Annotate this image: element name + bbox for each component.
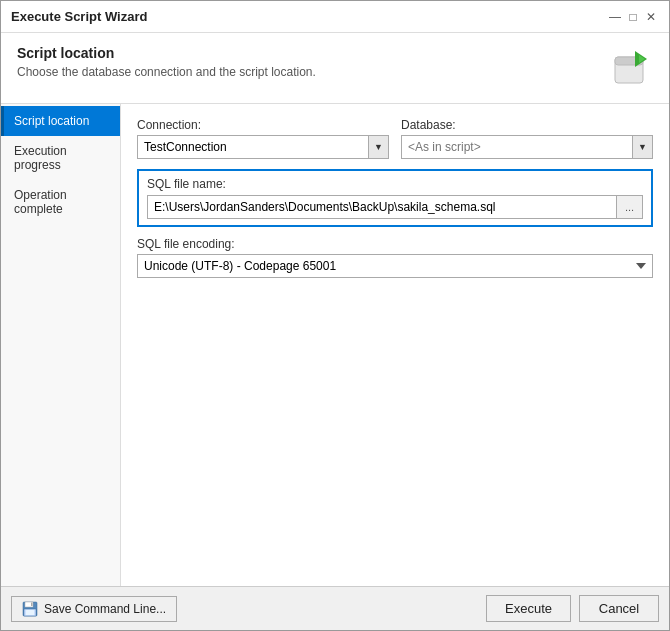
execute-button[interactable]: Execute <box>486 595 571 622</box>
file-browse-button[interactable]: ... <box>617 195 643 219</box>
connection-database-row: Connection: ▼ Database: ▼ <box>137 118 653 159</box>
close-button[interactable]: ✕ <box>643 9 659 25</box>
database-group: Database: ▼ <box>401 118 653 159</box>
database-dropdown-btn[interactable]: ▼ <box>632 136 652 158</box>
encoding-select[interactable]: Unicode (UTF-8) - Codepage 65001 <box>137 254 653 278</box>
minimize-button[interactable]: — <box>607 9 623 25</box>
encoding-label: SQL file encoding: <box>137 237 653 251</box>
connection-input-wrapper: ▼ <box>137 135 389 159</box>
header-section: Script location Choose the database conn… <box>1 33 669 104</box>
file-name-input-row: ... <box>147 195 643 219</box>
form-area: Connection: ▼ Database: ▼ SQL file name <box>121 104 669 586</box>
sidebar: Script location Execution progress Opera… <box>1 104 121 586</box>
header-subtitle: Choose the database connection and the s… <box>17 65 316 79</box>
save-command-line-button[interactable]: Save Command Line... <box>11 596 177 622</box>
save-command-line-label: Save Command Line... <box>44 602 166 616</box>
sidebar-item-script-location[interactable]: Script location <box>1 106 120 136</box>
connection-group: Connection: ▼ <box>137 118 389 159</box>
database-label: Database: <box>401 118 653 132</box>
database-input[interactable] <box>402 136 632 158</box>
svg-rect-6 <box>31 602 33 606</box>
connection-label: Connection: <box>137 118 389 132</box>
title-controls: — □ ✕ <box>607 9 659 25</box>
sidebar-item-operation-complete[interactable]: Operation complete <box>1 180 120 224</box>
connection-input[interactable] <box>138 136 368 158</box>
file-name-group: SQL file name: ... <box>137 169 653 227</box>
footer-left: Save Command Line... <box>11 596 177 622</box>
floppy-disk-icon <box>22 601 38 617</box>
window-title: Execute Script Wizard <box>11 9 147 24</box>
file-name-label: SQL file name: <box>147 177 643 191</box>
title-bar: Execute Script Wizard — □ ✕ <box>1 1 669 33</box>
connection-dropdown-btn[interactable]: ▼ <box>368 136 388 158</box>
svg-rect-8 <box>26 610 34 615</box>
header-icon-svg <box>605 45 653 93</box>
footer: Save Command Line... Execute Cancel <box>1 586 669 630</box>
footer-right: Execute Cancel <box>486 595 659 622</box>
sidebar-item-execution-progress[interactable]: Execution progress <box>1 136 120 180</box>
cancel-button[interactable]: Cancel <box>579 595 659 622</box>
maximize-button[interactable]: □ <box>625 9 641 25</box>
file-name-input[interactable] <box>147 195 617 219</box>
header-title: Script location <box>17 45 316 61</box>
db-tools-icon <box>605 45 653 93</box>
header-text: Script location Choose the database conn… <box>17 45 316 79</box>
main-body: Script location Execution progress Opera… <box>1 104 669 586</box>
encoding-group: SQL file encoding: Unicode (UTF-8) - Cod… <box>137 237 653 278</box>
execute-script-wizard-window: Execute Script Wizard — □ ✕ Script locat… <box>0 0 670 631</box>
database-input-wrapper: ▼ <box>401 135 653 159</box>
